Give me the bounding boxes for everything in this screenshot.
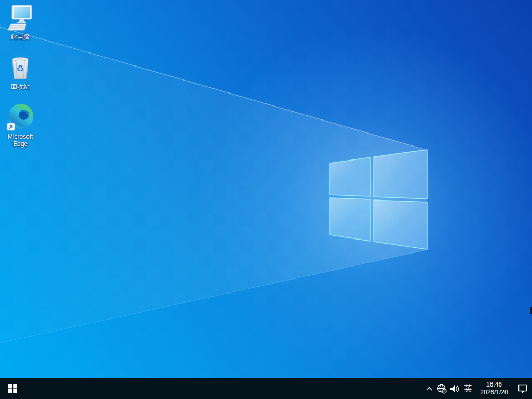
- wallpaper-windows-light-rays[interactable]: [0, 0, 532, 378]
- speaker-volume-icon: [450, 384, 459, 393]
- action-center-button[interactable]: [513, 378, 532, 399]
- this-pc-label: 此电脑: [11, 33, 30, 41]
- windows-logo-pane-top-right: [374, 150, 427, 199]
- start-button[interactable]: [0, 378, 25, 399]
- this-pc-icon: [6, 4, 35, 32]
- clock-date: 2026/1/20: [480, 389, 508, 396]
- desktop-screen: 此电脑 ♻ 回收站: [0, 0, 532, 399]
- ime-indicator[interactable]: 英: [461, 378, 475, 399]
- shortcut-arrow-badge: [7, 123, 15, 130]
- desktop-icon-this-pc[interactable]: 此电脑: [1, 4, 40, 41]
- action-center-bubble-icon: [517, 384, 528, 394]
- hidden-icons-button[interactable]: [423, 378, 435, 399]
- windows-logo-pane-bottom-right: [374, 200, 427, 249]
- recycle-bin-icon: ♻: [6, 54, 35, 82]
- desktop-icon-recycle-bin[interactable]: ♻ 回收站: [1, 54, 40, 90]
- svg-text:♻: ♻: [16, 63, 24, 74]
- network-globe-offline-icon: [437, 384, 447, 394]
- microsoft-edge-label: Microsoft Edge: [1, 133, 39, 148]
- hidden-icons-chevron-icon: [425, 386, 433, 391]
- windows-start-icon: [8, 384, 17, 393]
- recycle-bin-label: 回收站: [11, 83, 30, 90]
- microsoft-edge-icon: [6, 104, 35, 132]
- clock-time: 16:46: [486, 381, 502, 389]
- windows-logo-pane-bottom-left: [330, 198, 370, 241]
- network-status-button[interactable]: [435, 378, 448, 399]
- screen-edge-artifact: [530, 307, 532, 314]
- desktop-icon-microsoft-edge[interactable]: Microsoft Edge: [1, 104, 40, 148]
- windows-logo-pane-top-left: [330, 157, 370, 196]
- taskbar-clock[interactable]: 16:46 2026/1/20: [475, 381, 513, 396]
- system-tray: 英 16:46 2026/1/20: [423, 378, 532, 399]
- volume-button[interactable]: [448, 378, 461, 399]
- taskbar: 英 16:46 2026/1/20: [0, 378, 532, 399]
